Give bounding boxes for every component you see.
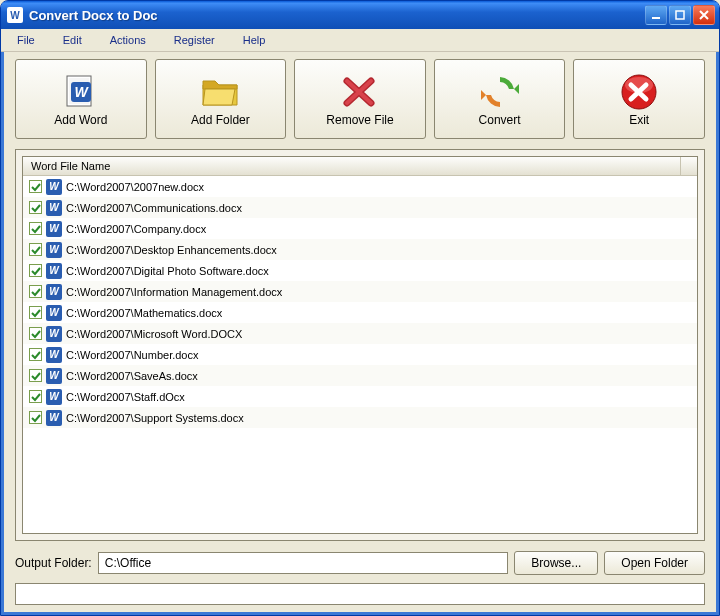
- file-listview[interactable]: Word File Name WC:\Word2007\2007new.docx…: [22, 156, 698, 534]
- row-checkbox[interactable]: [29, 390, 42, 403]
- file-path: C:\Word2007\Information Management.docx: [66, 286, 282, 298]
- row-checkbox[interactable]: [29, 243, 42, 256]
- table-row[interactable]: WC:\Word2007\Desktop Enhancements.docx: [23, 239, 697, 260]
- convert-button[interactable]: Convert: [434, 59, 566, 139]
- output-label: Output Folder:: [15, 556, 92, 570]
- convert-label: Convert: [479, 113, 521, 127]
- file-list-frame: Word File Name WC:\Word2007\2007new.docx…: [15, 149, 705, 541]
- row-checkbox[interactable]: [29, 369, 42, 382]
- table-row[interactable]: WC:\Word2007\Number.docx: [23, 344, 697, 365]
- column-header-spacer: [681, 157, 697, 175]
- file-path: C:\Word2007\Support Systems.docx: [66, 412, 244, 424]
- file-path: C:\Word2007\Staff.dOcx: [66, 391, 185, 403]
- svg-text:W: W: [74, 84, 89, 100]
- file-path: C:\Word2007\Microsoft Word.DOCX: [66, 328, 242, 340]
- word-file-icon: W: [46, 305, 62, 321]
- progress-bar: [15, 583, 705, 605]
- svg-rect-1: [676, 11, 684, 19]
- table-row[interactable]: WC:\Word2007\2007new.docx: [23, 176, 697, 197]
- add-word-icon: W: [61, 71, 101, 113]
- row-checkbox[interactable]: [29, 180, 42, 193]
- column-header-filename[interactable]: Word File Name: [23, 157, 681, 175]
- row-checkbox[interactable]: [29, 327, 42, 340]
- app-icon: W: [7, 7, 23, 23]
- remove-file-button[interactable]: Remove File: [294, 59, 426, 139]
- output-row: Output Folder: Browse... Open Folder: [1, 547, 719, 581]
- close-button[interactable]: [693, 5, 715, 25]
- convert-icon: [479, 71, 521, 113]
- menu-edit[interactable]: Edit: [49, 31, 96, 49]
- row-checkbox[interactable]: [29, 306, 42, 319]
- file-path: C:\Word2007\Company.docx: [66, 223, 206, 235]
- word-file-icon: W: [46, 326, 62, 342]
- folder-icon: [199, 71, 241, 113]
- file-path: C:\Word2007\Communications.docx: [66, 202, 242, 214]
- add-folder-label: Add Folder: [191, 113, 250, 127]
- minimize-button[interactable]: [645, 5, 667, 25]
- menubar: File Edit Actions Register Help: [1, 29, 719, 52]
- word-file-icon: W: [46, 179, 62, 195]
- row-checkbox[interactable]: [29, 285, 42, 298]
- window-buttons: [645, 5, 715, 25]
- file-path: C:\Word2007\SaveAs.docx: [66, 370, 198, 382]
- add-word-label: Add Word: [54, 113, 107, 127]
- row-checkbox[interactable]: [29, 222, 42, 235]
- menu-help[interactable]: Help: [229, 31, 280, 49]
- exit-button[interactable]: Exit: [573, 59, 705, 139]
- output-folder-input[interactable]: [98, 552, 509, 574]
- menu-actions[interactable]: Actions: [96, 31, 160, 49]
- add-folder-button[interactable]: Add Folder: [155, 59, 287, 139]
- menu-register[interactable]: Register: [160, 31, 229, 49]
- maximize-button[interactable]: [669, 5, 691, 25]
- word-file-icon: W: [46, 410, 62, 426]
- table-row[interactable]: WC:\Word2007\Communications.docx: [23, 197, 697, 218]
- row-checkbox[interactable]: [29, 348, 42, 361]
- svg-rect-0: [652, 17, 660, 19]
- open-folder-button[interactable]: Open Folder: [604, 551, 705, 575]
- file-path: C:\Word2007\Number.docx: [66, 349, 198, 361]
- table-row[interactable]: WC:\Word2007\Information Management.docx: [23, 281, 697, 302]
- word-file-icon: W: [46, 347, 62, 363]
- row-checkbox[interactable]: [29, 201, 42, 214]
- row-checkbox[interactable]: [29, 264, 42, 277]
- titlebar[interactable]: W Convert Docx to Doc: [1, 1, 719, 29]
- add-word-button[interactable]: W Add Word: [15, 59, 147, 139]
- file-path: C:\Word2007\Digital Photo Software.docx: [66, 265, 269, 277]
- table-row[interactable]: WC:\Word2007\Digital Photo Software.docx: [23, 260, 697, 281]
- word-file-icon: W: [46, 242, 62, 258]
- table-row[interactable]: WC:\Word2007\Staff.dOcx: [23, 386, 697, 407]
- toolbar: W Add Word Add Folder Remov: [1, 52, 719, 145]
- table-row[interactable]: WC:\Word2007\Support Systems.docx: [23, 407, 697, 428]
- browse-button[interactable]: Browse...: [514, 551, 598, 575]
- table-row[interactable]: WC:\Word2007\Company.docx: [23, 218, 697, 239]
- menu-file[interactable]: File: [3, 31, 49, 49]
- row-checkbox[interactable]: [29, 411, 42, 424]
- list-body[interactable]: WC:\Word2007\2007new.docxWC:\Word2007\Co…: [23, 176, 697, 533]
- file-path: C:\Word2007\2007new.docx: [66, 181, 204, 193]
- table-row[interactable]: WC:\Word2007\Mathematics.docx: [23, 302, 697, 323]
- table-row[interactable]: WC:\Word2007\Microsoft Word.DOCX: [23, 323, 697, 344]
- file-path: C:\Word2007\Desktop Enhancements.docx: [66, 244, 277, 256]
- exit-label: Exit: [629, 113, 649, 127]
- exit-icon: [618, 71, 660, 113]
- table-row[interactable]: WC:\Word2007\SaveAs.docx: [23, 365, 697, 386]
- list-header[interactable]: Word File Name: [23, 157, 697, 176]
- word-file-icon: W: [46, 200, 62, 216]
- window-title: Convert Docx to Doc: [29, 8, 645, 23]
- word-file-icon: W: [46, 263, 62, 279]
- word-file-icon: W: [46, 221, 62, 237]
- remove-file-label: Remove File: [326, 113, 393, 127]
- word-file-icon: W: [46, 284, 62, 300]
- file-path: C:\Word2007\Mathematics.docx: [66, 307, 222, 319]
- word-file-icon: W: [46, 389, 62, 405]
- app-window: W Convert Docx to Doc File Edit Actions …: [0, 0, 720, 616]
- word-file-icon: W: [46, 368, 62, 384]
- remove-icon: [341, 71, 379, 113]
